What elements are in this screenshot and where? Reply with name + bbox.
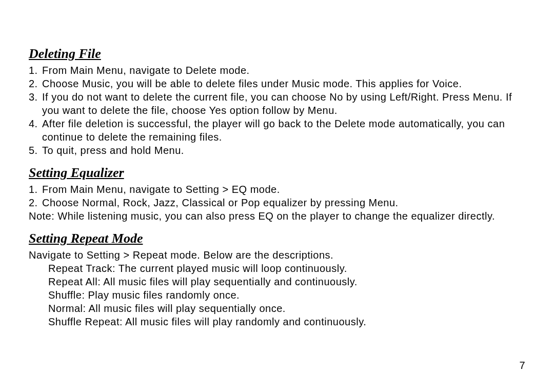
list-item: 4.After file deletion is successful, the…	[29, 117, 525, 144]
description-line: Normal: All music files will play sequen…	[48, 302, 525, 315]
list-text: From Main Menu, navigate to Delete mode.	[42, 65, 250, 76]
list-item: 1.From Main Menu, navigate to Delete mod…	[29, 64, 525, 77]
description-line: Repeat All: All music files will play se…	[48, 275, 525, 288]
ordered-list: 1.From Main Menu, navigate to Delete mod…	[29, 64, 525, 157]
list-item: 2.Choose Normal, Rock, Jazz, Classical o…	[29, 196, 525, 209]
list-item: 5.To quit, press and hold Menu.	[29, 144, 525, 157]
section-setting-repeat-mode: Setting Repeat Mode Navigate to Setting …	[29, 231, 525, 328]
note-text: Note: While listening music, you can als…	[29, 209, 525, 223]
list-item: 3.If you do not want to delete the curre…	[29, 90, 525, 117]
list-text: If you do not want to delete the current…	[42, 91, 512, 116]
list-number: 5.	[29, 144, 38, 157]
list-number: 2.	[29, 77, 38, 90]
page-number: 7	[519, 360, 525, 371]
list-text: After file deletion is successful, the p…	[42, 118, 505, 143]
list-text: To quit, press and hold Menu.	[42, 145, 184, 156]
list-text: Choose Music, you will be able to delete…	[42, 78, 462, 89]
list-text: From Main Menu, navigate to Setting > EQ…	[42, 184, 280, 195]
list-number: 3.	[29, 90, 38, 104]
section-setting-equalizer: Setting Equalizer 1.From Main Menu, navi…	[29, 165, 525, 223]
list-item: 1.From Main Menu, navigate to Setting > …	[29, 183, 525, 196]
intro-text: Navigate to Setting > Repeat mode. Below…	[29, 248, 525, 262]
description-line: Shuffle: Play music files randomly once.	[48, 288, 525, 302]
list-text: Choose Normal, Rock, Jazz, Classical or …	[42, 197, 399, 208]
list-number: 1.	[29, 64, 38, 77]
list-number: 4.	[29, 117, 38, 130]
description-line: Repeat Track: The current played music w…	[48, 262, 525, 275]
list-number: 2.	[29, 196, 38, 209]
section-deleting-file: Deleting File 1.From Main Menu, navigate…	[29, 46, 525, 157]
list-item: 2.Choose Music, you will be able to dele…	[29, 77, 525, 90]
section-title: Setting Equalizer	[29, 165, 525, 181]
section-title: Setting Repeat Mode	[29, 231, 525, 246]
ordered-list: 1.From Main Menu, navigate to Setting > …	[29, 183, 525, 209]
description-list: Repeat Track: The current played music w…	[29, 262, 525, 328]
description-line: Shuffle Repeat: All music files will pla…	[48, 315, 525, 328]
list-number: 1.	[29, 183, 38, 196]
section-title: Deleting File	[29, 46, 525, 62]
